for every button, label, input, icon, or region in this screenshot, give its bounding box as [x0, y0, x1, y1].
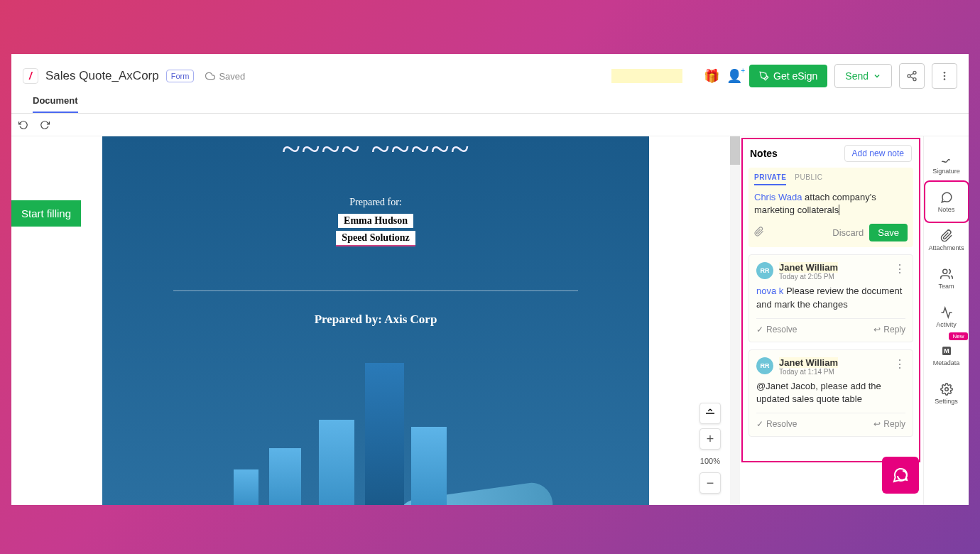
- svg-point-6: [944, 75, 946, 77]
- note-timestamp: Today at 2:05 PM: [779, 273, 838, 281]
- notes-header: Notes Add new note: [743, 139, 919, 168]
- svg-point-0: [913, 71, 916, 74]
- chevron-down-icon: [873, 72, 881, 80]
- svg-point-8: [942, 269, 947, 273]
- rail-metadata[interactable]: New M Metadata: [927, 337, 967, 374]
- zoom-controls: + 100% −: [697, 403, 723, 494]
- chat-bubble-icon: [892, 467, 909, 484]
- svg-line-3: [910, 77, 914, 79]
- save-note-button[interactable]: Save: [869, 224, 908, 241]
- signature-icon: [940, 153, 953, 165]
- avatar: RR: [756, 357, 773, 374]
- saved-status: Saved: [205, 71, 245, 82]
- rail-team[interactable]: Team: [927, 260, 967, 297]
- notes-title: Notes: [750, 148, 778, 159]
- note-compose-text[interactable]: Chris Wada attach company's marketing co…: [754, 191, 908, 217]
- topbar-actions: Get eSign Send: [749, 63, 957, 89]
- start-filling-button[interactable]: Start filling: [11, 200, 81, 227]
- note-compose: PRIVATE PUBLIC Chris Wada attach company…: [748, 168, 913, 247]
- toolbar: [11, 114, 969, 136]
- divider: [173, 290, 578, 291]
- prepared-for-label: Prepared for:: [102, 197, 649, 208]
- metadata-icon: M: [940, 344, 953, 357]
- tab-private[interactable]: PRIVATE: [754, 173, 786, 185]
- share-icon: [906, 70, 918, 82]
- svg-point-1: [908, 75, 910, 77]
- reply-button[interactable]: ↩ Reply: [873, 325, 905, 335]
- note-body: nova k Please review the document and ma…: [756, 285, 905, 310]
- rail-attachments[interactable]: Attachments: [927, 222, 967, 259]
- rail-signature[interactable]: Signature: [927, 145, 967, 182]
- zoom-out-button[interactable]: −: [699, 472, 721, 494]
- activity-icon: [940, 306, 953, 319]
- add-user-icon[interactable]: 👤+: [726, 68, 742, 84]
- add-note-button[interactable]: Add new note: [844, 145, 912, 162]
- undo-icon[interactable]: [18, 120, 28, 130]
- chat-icon: [940, 191, 953, 204]
- tab-public[interactable]: PUBLIC: [795, 173, 822, 185]
- document-viewer: Start filling ~~~~ ~~~~~ Prepared for: E…: [11, 136, 740, 505]
- note-author: Janet William: [779, 262, 838, 273]
- gear-icon: [940, 383, 953, 396]
- form-badge: Form: [166, 70, 195, 82]
- avatar: RR: [756, 262, 773, 279]
- note-compose-actions: Discard Save: [754, 224, 908, 241]
- team-icon: [940, 268, 953, 281]
- note-body: @Janet Jacob, please add the updated sal…: [756, 380, 905, 406]
- note-card: RR Janet William Today at 2:05 PM ⋮ nova…: [748, 254, 913, 342]
- svg-point-7: [944, 78, 946, 80]
- reply-button[interactable]: ↩ Reply: [873, 419, 905, 429]
- main-area: Start filling ~~~~ ~~~~~ Prepared for: E…: [11, 136, 969, 505]
- chart-graphic: [198, 349, 553, 505]
- attach-icon[interactable]: [754, 227, 827, 239]
- recipient-name-field[interactable]: Emma Hudson: [338, 214, 413, 228]
- app-window: / Sales Quote_AxCorp Form Saved 🎁 👤+ Get…: [11, 54, 969, 505]
- fit-icon: [704, 408, 716, 419]
- fit-screen-button[interactable]: [699, 403, 721, 424]
- tabs-row: Document: [11, 91, 969, 114]
- more-menu-button[interactable]: [932, 63, 957, 89]
- chat-fab[interactable]: [882, 457, 919, 494]
- svg-point-5: [944, 72, 946, 74]
- zoom-percent: 100%: [697, 454, 723, 468]
- redo-icon[interactable]: [40, 120, 50, 130]
- send-button[interactable]: Send: [834, 64, 892, 88]
- gift-icon[interactable]: 🎁: [704, 68, 719, 84]
- notes-panel: Notes Add new note PRIVATE PUBLIC Chris …: [741, 138, 920, 462]
- svg-point-2: [913, 78, 916, 81]
- topbar: / Sales Quote_AxCorp Form Saved 🎁 👤+ Get…: [11, 54, 969, 91]
- note-visibility-tabs: PRIVATE PUBLIC: [754, 173, 908, 185]
- highlight-marker: [611, 69, 682, 83]
- more-vertical-icon: [939, 70, 950, 82]
- rail-activity[interactable]: Activity: [927, 298, 967, 335]
- tab-document[interactable]: Document: [33, 91, 78, 113]
- scrollbar[interactable]: [730, 136, 740, 505]
- note-more-menu[interactable]: ⋮: [894, 357, 905, 371]
- resolve-button[interactable]: ✓ Resolve: [756, 419, 797, 429]
- cloud-icon: [205, 71, 215, 81]
- doc-page-title: ~~~~ ~~~~~: [102, 136, 649, 168]
- document-title: Sales Quote_AxCorp: [45, 69, 159, 83]
- resolve-button[interactable]: ✓ Resolve: [756, 325, 797, 335]
- rail-notes[interactable]: Notes: [927, 183, 967, 220]
- pen-icon: [759, 71, 769, 81]
- svg-line-4: [910, 73, 914, 75]
- note-author: Janet William: [779, 357, 838, 368]
- svg-text:M: M: [944, 347, 949, 354]
- app-logo: /: [23, 68, 38, 84]
- note-timestamp: Today at 1:14 PM: [779, 368, 838, 376]
- document-page: ~~~~ ~~~~~ Prepared for: Emma Hudson Spe…: [102, 136, 649, 505]
- share-button[interactable]: [899, 63, 925, 89]
- zoom-in-button[interactable]: +: [699, 428, 721, 450]
- get-esign-button[interactable]: Get eSign: [749, 65, 827, 87]
- prepared-by-label: Prepared by: Axis Corp: [102, 313, 649, 327]
- note-more-menu[interactable]: ⋮: [894, 262, 905, 276]
- note-card: RR Janet William Today at 1:14 PM ⋮ @Jan…: [748, 349, 913, 437]
- paperclip-icon: [940, 229, 953, 242]
- discard-button[interactable]: Discard: [832, 227, 864, 238]
- rail-settings[interactable]: Settings: [927, 375, 967, 412]
- right-rail: Signature Notes Attachments Team Activit…: [923, 136, 969, 505]
- new-badge: New: [949, 332, 967, 340]
- svg-point-11: [944, 387, 948, 391]
- recipient-company-field[interactable]: Speed Solutionz: [336, 231, 415, 246]
